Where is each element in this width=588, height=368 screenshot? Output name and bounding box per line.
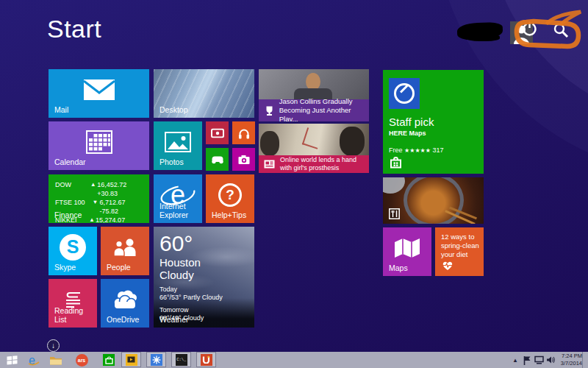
taskbar-running-command-prompt[interactable]: C:\_	[171, 352, 191, 367]
tile-label: Help+Tips	[212, 210, 246, 219]
weather-condition: Cloudy	[159, 269, 248, 281]
rating-stars: ★★★★★	[404, 147, 431, 154]
tile-mail[interactable]: Mail	[49, 69, 149, 118]
heart-pulse-icon	[441, 260, 454, 271]
clock-time: 7:24 PM	[551, 353, 582, 360]
map-icon	[393, 237, 421, 259]
tile-finance[interactable]: DOW▲16,452.72 +30.83 FTSE 100▼6,712.67 -…	[49, 174, 149, 223]
tile-health-fitness[interactable]: 12 ways to spring-clean your diet	[435, 227, 484, 276]
tile-store-staff-pick[interactable]: Staff pick HERE Maps Free ★★★★★ 317	[383, 70, 484, 174]
skype-icon: S	[60, 234, 86, 261]
power-icon	[521, 20, 538, 37]
u-app-icon	[201, 354, 212, 366]
tile-maps[interactable]: Maps	[383, 227, 431, 276]
tile-label: Internet Explorer	[159, 202, 202, 219]
tile-label: Reading List	[54, 306, 97, 324]
tile-label: Mail	[54, 105, 68, 114]
tray-action-center[interactable]	[522, 352, 532, 368]
all-apps-button[interactable]: ↓	[47, 339, 60, 352]
windows-logo-icon	[7, 355, 18, 365]
camera-icon	[237, 155, 250, 164]
search-button[interactable]	[553, 22, 570, 42]
weather-temp: 60°	[159, 231, 248, 256]
chevron-up-icon: ▴	[514, 356, 517, 364]
here-maps-icon	[389, 78, 420, 109]
taskbar-running-app-yellow[interactable]	[121, 352, 141, 367]
tile-people[interactable]: People	[101, 227, 149, 275]
sports-caption: Jason Collins Gradually Becoming Just An…	[279, 97, 364, 121]
tile-camera[interactable]	[232, 148, 255, 171]
tile-label: People	[107, 263, 131, 272]
tile-label: Calendar	[54, 158, 86, 166]
flag-icon	[523, 355, 531, 365]
fork-knife-icon	[389, 208, 400, 219]
news-photo	[259, 124, 369, 155]
tile-music[interactable]	[232, 121, 255, 144]
clock-date: 3/7/2014	[551, 360, 582, 367]
weather-today-detail: 66°/53° Partly Cloudy	[159, 294, 248, 302]
staff-pick-price-rating: Free ★★★★★ 317	[389, 146, 478, 154]
taskbar-file-explorer[interactable]	[47, 352, 65, 368]
tile-news[interactable]: Online world lends a hand with girl's pr…	[259, 124, 369, 173]
background-swirl	[486, 0, 588, 124]
tile-help-tips[interactable]: ? Help+Tips	[206, 174, 254, 223]
store-icon	[103, 354, 115, 366]
taskbar-running-app-red[interactable]	[196, 352, 216, 367]
tray-expand-button[interactable]: ▴	[511, 352, 520, 368]
video-app-icon	[126, 354, 137, 366]
tile-video[interactable]	[206, 121, 229, 144]
onedrive-clouds-icon	[110, 290, 140, 309]
internet-explorer-icon: e	[26, 354, 40, 367]
redacted-username	[466, 34, 500, 41]
tile-label: Maps	[389, 263, 408, 272]
weather-today-label: Today	[159, 286, 248, 294]
folder-icon	[49, 355, 62, 365]
staff-pick-title: Staff pick	[389, 116, 478, 128]
tile-onedrive[interactable]: OneDrive	[101, 279, 149, 328]
tile-food-drink[interactable]	[383, 177, 484, 224]
taskbar-ars-technica[interactable]: ars	[73, 352, 90, 368]
search-icon	[553, 22, 570, 39]
tray-network[interactable]	[534, 352, 545, 368]
taskbar-clock[interactable]: 7:24 PM 3/7/2014	[551, 353, 582, 367]
video-icon	[211, 128, 224, 138]
tile-label: Desktop	[159, 105, 188, 114]
tile-label: Photos	[159, 158, 184, 166]
tile-skype[interactable]: S Skype	[49, 227, 97, 275]
photos-icon	[165, 132, 191, 152]
page-title: Start	[47, 15, 101, 43]
health-headline: 12 ways to spring-clean your diet	[441, 233, 479, 259]
help-question-icon: ?	[218, 183, 242, 207]
tile-reading-list[interactable]: Reading List	[49, 279, 97, 328]
weather-tomorrow-label: Tomorrow	[159, 306, 248, 314]
tile-games[interactable]	[206, 148, 229, 171]
ars-icon: ars	[76, 354, 88, 367]
taskbar-start-button[interactable]	[3, 352, 21, 368]
weather-city: Houston	[159, 256, 248, 269]
tile-calendar[interactable]: Calendar	[49, 121, 149, 170]
news-caption: Online world lends a hand with girl's pr…	[280, 156, 356, 172]
show-desktop-button[interactable]	[582, 352, 588, 368]
calendar-icon	[86, 130, 112, 154]
tile-desktop[interactable]: Desktop	[154, 69, 254, 118]
tile-internet-explorer[interactable]: e Internet Explorer	[154, 174, 202, 223]
down-arrow-icon: ↓	[51, 342, 55, 350]
network-icon	[534, 355, 544, 364]
command-prompt-icon: C:\_	[176, 354, 187, 366]
tile-label: OneDrive	[107, 315, 139, 324]
tile-sports[interactable]: Jason Collins Gradually Becoming Just An…	[259, 69, 369, 121]
game-controller-icon	[210, 155, 224, 164]
sports-photo	[259, 69, 369, 99]
taskbar-windows-store[interactable]	[100, 352, 118, 368]
mail-icon	[83, 79, 115, 101]
tile-label: Finance	[54, 210, 82, 219]
taskbar-internet-explorer[interactable]: e	[24, 352, 42, 368]
start-screen: Start Mail Desktop	[0, 0, 588, 368]
tile-photos[interactable]: Photos	[154, 121, 202, 170]
power-button[interactable]	[521, 20, 538, 40]
taskbar-running-app-blue[interactable]	[146, 352, 166, 367]
tile-weather[interactable]: 60° Houston Cloudy Today 66°/53° Partly …	[154, 227, 254, 328]
taskbar: e ars	[0, 352, 588, 368]
headphones-icon	[237, 127, 250, 139]
trophy-icon	[264, 105, 274, 116]
